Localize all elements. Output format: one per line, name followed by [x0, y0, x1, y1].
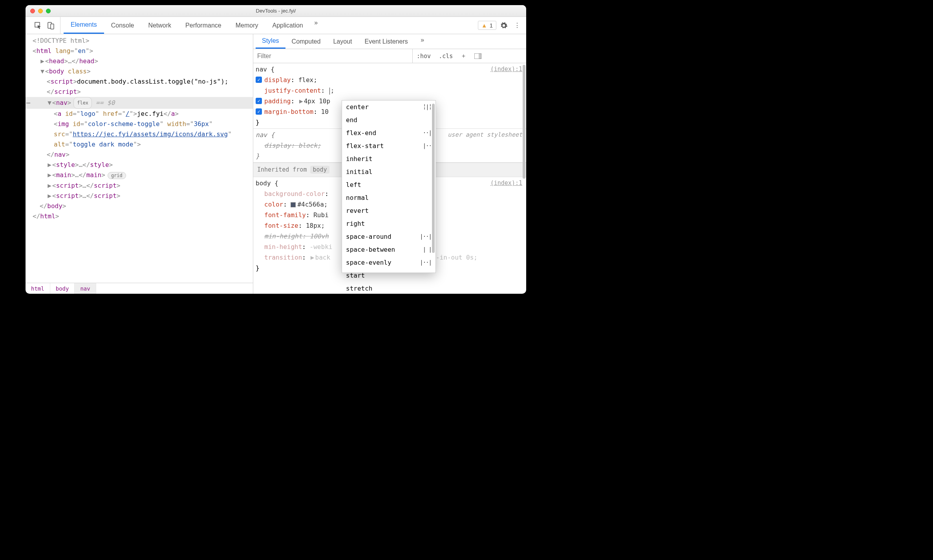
rule-source-link[interactable]: (index):1	[490, 64, 522, 75]
align-space-evenly-icon: |··|	[420, 257, 432, 268]
more-tabs-icon[interactable]: »	[310, 17, 322, 29]
suggest-option[interactable]: start	[342, 269, 435, 282]
window-title: DevTools - jec.fyi/	[26, 8, 526, 14]
dom-main[interactable]: ▶<main>…</main>grid	[26, 170, 253, 181]
sidebar-tabs: Styles Computed Layout Event Listeners »	[253, 34, 526, 49]
svg-rect-2	[51, 24, 54, 29]
rule-source-link[interactable]: (index):1	[490, 178, 522, 188]
breadcrumbs: html body nav	[26, 283, 253, 294]
styles-filter-bar: :hov .cls ＋	[253, 49, 526, 63]
dom-script-b[interactable]: ▶<script>…</script>	[26, 191, 253, 201]
tab-performance[interactable]: Performance	[178, 17, 229, 34]
dom-body-close[interactable]: </body>	[26, 201, 253, 211]
dom-html[interactable]: <html lang="en">	[26, 46, 253, 56]
titlebar: DevTools - jec.fyi/	[26, 5, 526, 17]
checkbox-icon[interactable]	[256, 98, 262, 104]
dollar-zero: == $0	[96, 98, 115, 108]
scrollbar[interactable]	[523, 65, 525, 292]
row-actions-icon[interactable]: ⋯	[26, 98, 31, 108]
dom-tree[interactable]: <!DOCTYPE html> <html lang="en"> ▶<head>…	[26, 34, 253, 283]
tab-network[interactable]: Network	[141, 17, 178, 34]
suggest-option[interactable]: end	[342, 113, 435, 126]
suggest-option[interactable]: space-evenly|··|	[342, 256, 435, 269]
align-space-around-icon: |··|	[420, 231, 432, 242]
dom-style[interactable]: ▶<style>…</style>	[26, 160, 253, 170]
styles-rules[interactable]: nav { (index):1 display: flex; justify-c…	[253, 63, 526, 294]
crumb-html[interactable]: html	[26, 283, 50, 294]
new-style-rule-icon[interactable]: ＋	[457, 49, 470, 63]
svg-rect-4	[479, 53, 481, 59]
dom-head[interactable]: ▶<head>…</head>	[26, 56, 253, 66]
tab-styles[interactable]: Styles	[256, 34, 285, 49]
checkbox-icon[interactable]	[256, 108, 262, 115]
suggest-option[interactable]: left	[342, 178, 435, 191]
warning-count: 1	[490, 22, 493, 29]
dom-script-a[interactable]: ▶<script>…</script>	[26, 181, 253, 191]
suggest-option[interactable]: right	[342, 217, 435, 230]
tab-elements[interactable]: Elements	[64, 17, 104, 34]
dom-img-toggle[interactable]: <img id="color-scheme-toggle" width="36p…	[26, 119, 253, 150]
grid-badge[interactable]: grid	[108, 172, 126, 179]
dom-a-logo[interactable]: <a id="logo" href="/">jec.fyi</a>	[26, 109, 253, 119]
suggest-option[interactable]: revert	[342, 204, 435, 217]
prop-justify-content[interactable]: justify-content: ;	[256, 85, 522, 96]
more-sidebar-tabs-icon[interactable]: »	[417, 34, 428, 46]
dom-html-close[interactable]: </html>	[26, 211, 253, 221]
flex-badge[interactable]: flex	[73, 97, 92, 109]
dom-nav-selected[interactable]: ⋯ ▼<nav> flex == $0	[26, 97, 253, 109]
align-flex-start-icon: |··	[423, 141, 432, 151]
suggest-option[interactable]: inherit	[342, 152, 435, 165]
device-toolbar-icon[interactable]	[45, 20, 56, 31]
align-space-between-icon: | |	[423, 244, 432, 255]
computed-sidebar-toggle-icon[interactable]	[470, 49, 485, 63]
dom-body[interactable]: ▼<body class>	[26, 66, 253, 77]
checkbox-icon[interactable]	[256, 77, 262, 83]
rule-source-ua: user agent stylesheet	[448, 130, 522, 140]
color-swatch-icon[interactable]	[291, 202, 296, 207]
suggest-option[interactable]: normal	[342, 191, 435, 204]
tab-computed[interactable]: Computed	[285, 34, 327, 49]
styles-filter-input[interactable]	[253, 49, 413, 63]
tab-console[interactable]: Console	[104, 17, 141, 34]
warnings-badge[interactable]: ▲ 1	[478, 21, 496, 30]
suggest-option[interactable]: space-around|··|	[342, 230, 435, 243]
dom-nav-close[interactable]: </nav>	[26, 150, 253, 160]
suggest-option[interactable]: stretch	[342, 282, 435, 294]
suggest-scrollbar[interactable]	[432, 102, 435, 271]
settings-icon[interactable]	[498, 20, 510, 31]
tab-layout[interactable]: Layout	[327, 34, 358, 49]
inspect-element-icon[interactable]	[33, 20, 44, 31]
tab-event-listeners[interactable]: Event Listeners	[358, 34, 414, 49]
suggest-option[interactable]: flex-start|··	[342, 139, 435, 152]
elements-panel: <!DOCTYPE html> <html lang="en"> ▶<head>…	[26, 34, 253, 294]
more-options-icon[interactable]: ⋮	[511, 20, 523, 31]
tab-memory[interactable]: Memory	[229, 17, 265, 34]
text-caret	[329, 88, 330, 95]
prop-display[interactable]: display: flex;	[256, 75, 522, 85]
panel-tabs: Elements Console Network Performance Mem…	[64, 17, 322, 34]
styles-sidebar: Styles Computed Layout Event Listeners »…	[253, 34, 526, 294]
align-flex-end-icon: ··|	[423, 128, 432, 138]
autocomplete-popup: center╎|╎ end flex-end··| flex-start|·· …	[342, 100, 436, 273]
crumb-body[interactable]: body	[50, 283, 75, 294]
suggest-option[interactable]: initial	[342, 165, 435, 178]
suggest-option[interactable]: flex-end··|	[342, 126, 435, 139]
suggest-option[interactable]: center╎|╎	[342, 101, 435, 113]
main-toolbar: Elements Console Network Performance Mem…	[26, 17, 526, 34]
devtools-window: DevTools - jec.fyi/ Elements Console Net…	[26, 5, 526, 294]
warning-icon: ▲	[481, 22, 487, 29]
crumb-nav[interactable]: nav	[75, 283, 96, 294]
dom-script-inline[interactable]: <script>document.body.classList.toggle("…	[26, 77, 253, 97]
cls-button[interactable]: .cls	[435, 49, 457, 63]
suggest-option[interactable]: space-between| |	[342, 243, 435, 256]
dom-doctype: <!DOCTYPE html>	[33, 37, 90, 44]
tab-application[interactable]: Application	[265, 17, 310, 34]
hov-button[interactable]: :hov	[413, 49, 435, 63]
align-center-icon: ╎|╎	[423, 102, 432, 112]
